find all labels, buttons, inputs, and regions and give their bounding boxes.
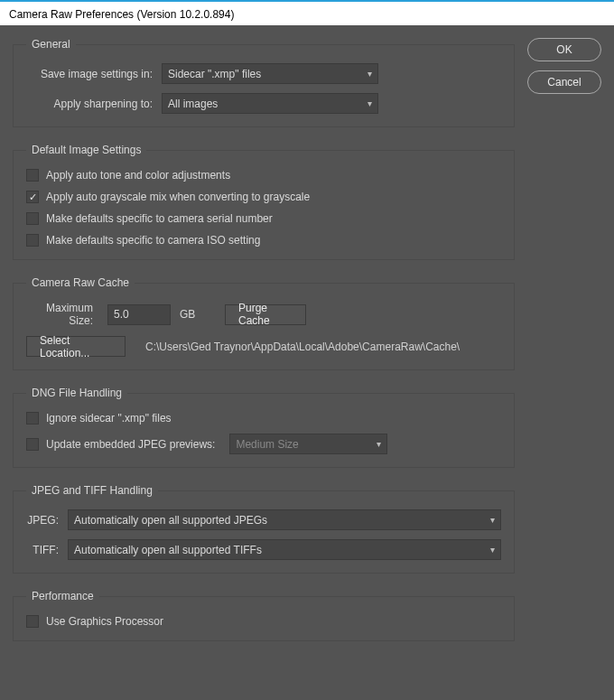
cache-path: C:\Users\Ged Traynor\AppData\Local\Adobe… — [145, 341, 460, 353]
max-size-input[interactable]: 5.0 — [107, 304, 171, 325]
jpeg-preview-size-value: Medium Size — [236, 438, 298, 451]
group-performance-legend: Performance — [26, 590, 99, 602]
group-general-legend: General — [26, 38, 76, 51]
jpeg-handling-value: Automatically open all supported JPEGs — [74, 514, 267, 527]
max-size-unit: GB — [180, 308, 207, 321]
group-jpeg-tiff-legend: JPEG and TIFF Handling — [26, 484, 158, 497]
save-settings-value: Sidecar ".xmp" files — [168, 68, 261, 80]
select-location-button[interactable]: Select Location... — [26, 336, 126, 357]
ignore-xmp-label: Ignore sidecar ".xmp" files — [46, 412, 172, 425]
gpu-checkbox[interactable] — [26, 615, 39, 628]
save-settings-label: Save image settings in: — [26, 68, 162, 80]
jpeg-preview-size-select[interactable]: Medium Size ▾ — [229, 434, 387, 454]
serial-defaults-checkbox[interactable] — [26, 212, 39, 225]
cancel-button[interactable]: Cancel — [527, 70, 601, 94]
chevron-down-icon: ▾ — [490, 545, 495, 555]
chevron-down-icon: ▾ — [377, 439, 381, 449]
jpeg-label: JPEG: — [26, 514, 68, 527]
group-dng-legend: DNG File Handling — [26, 387, 127, 399]
update-jpeg-label: Update embedded JPEG previews: — [46, 438, 215, 451]
group-default-legend: Default Image Settings — [26, 144, 146, 156]
ok-button[interactable]: OK — [527, 38, 601, 61]
auto-tone-checkbox[interactable] — [26, 169, 39, 182]
iso-defaults-label: Make defaults specific to camera ISO set… — [46, 234, 260, 247]
update-jpeg-checkbox[interactable] — [26, 438, 39, 451]
tiff-handling-select[interactable]: Automatically open all supported TIFFs ▾ — [68, 539, 501, 560]
chevron-down-icon: ▾ — [367, 98, 372, 108]
sharpening-select[interactable]: All images ▾ — [162, 93, 378, 114]
gpu-label: Use Graphics Processor — [46, 615, 163, 628]
group-performance: Performance Use Graphics Processor — [13, 590, 515, 641]
chevron-down-icon: ▾ — [490, 515, 495, 525]
sharpening-value: All images — [168, 98, 218, 110]
iso-defaults-checkbox[interactable] — [26, 234, 39, 247]
group-default-image-settings: Default Image Settings Apply auto tone a… — [13, 144, 515, 260]
serial-defaults-label: Make defaults specific to camera serial … — [46, 212, 273, 225]
save-settings-select[interactable]: Sidecar ".xmp" files ▾ — [162, 63, 378, 84]
group-cache: Camera Raw Cache Maximum Size: 5.0 GB Pu… — [13, 276, 515, 370]
jpeg-handling-select[interactable]: Automatically open all supported JPEGs ▾ — [68, 509, 501, 530]
group-general: General Save image settings in: Sidecar … — [13, 38, 515, 127]
group-dng: DNG File Handling Ignore sidecar ".xmp" … — [13, 387, 515, 468]
purge-cache-button[interactable]: Purge Cache — [225, 304, 306, 325]
auto-tone-label: Apply auto tone and color adjustments — [46, 169, 230, 182]
chevron-down-icon: ▾ — [367, 69, 372, 79]
group-cache-legend: Camera Raw Cache — [26, 276, 135, 289]
sharpening-label: Apply sharpening to: — [26, 98, 162, 110]
auto-grayscale-label: Apply auto grayscale mix when converting… — [46, 191, 310, 203]
auto-grayscale-checkbox[interactable] — [26, 191, 39, 203]
tiff-handling-value: Automatically open all supported TIFFs — [74, 544, 262, 556]
window-titlebar: Camera Raw Preferences (Version 10.2.0.8… — [0, 0, 614, 25]
tiff-label: TIFF: — [26, 544, 68, 556]
group-jpeg-tiff: JPEG and TIFF Handling JPEG: Automatical… — [13, 484, 515, 574]
max-size-label: Maximum Size: — [26, 302, 98, 327]
ignore-xmp-checkbox[interactable] — [26, 412, 39, 425]
